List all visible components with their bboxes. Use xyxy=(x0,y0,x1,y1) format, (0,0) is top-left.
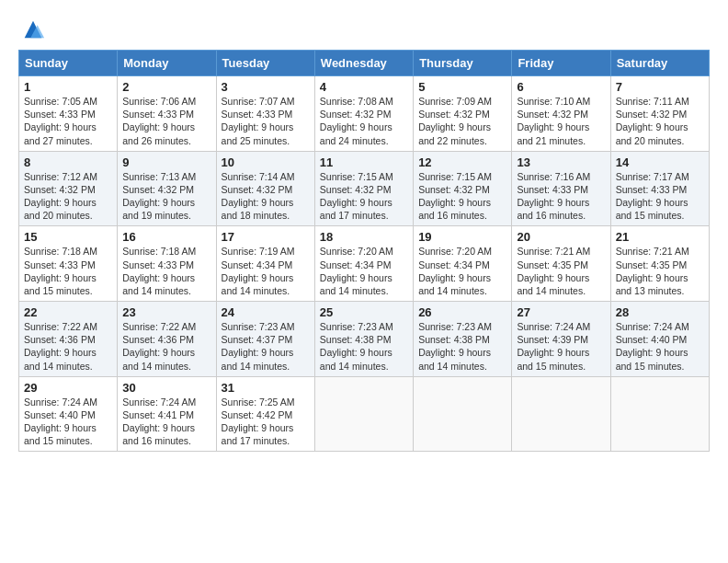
day-info: Sunrise: 7:16 AM Sunset: 4:33 PM Dayligh… xyxy=(517,170,605,223)
calendar-cell: 19Sunrise: 7:20 AM Sunset: 4:34 PM Dayli… xyxy=(414,226,512,302)
day-info: Sunrise: 7:19 AM Sunset: 4:34 PM Dayligh… xyxy=(222,245,310,297)
day-info: Sunrise: 7:22 AM Sunset: 4:36 PM Dayligh… xyxy=(122,320,210,373)
day-info: Sunrise: 7:24 AM Sunset: 4:41 PM Dayligh… xyxy=(122,396,210,448)
day-number: 3 xyxy=(222,80,310,94)
day-info: Sunrise: 7:24 AM Sunset: 4:39 PM Dayligh… xyxy=(517,320,605,373)
day-info: Sunrise: 7:18 AM Sunset: 4:33 PM Dayligh… xyxy=(24,245,112,297)
day-info: Sunrise: 7:08 AM Sunset: 4:32 PM Dayligh… xyxy=(320,95,408,147)
day-number: 31 xyxy=(222,381,310,395)
calendar-cell: 13Sunrise: 7:16 AM Sunset: 4:33 PM Dayli… xyxy=(512,151,610,226)
day-info: Sunrise: 7:25 AM Sunset: 4:42 PM Dayligh… xyxy=(222,396,310,448)
calendar-cell xyxy=(414,376,512,452)
day-number: 14 xyxy=(616,155,704,169)
day-info: Sunrise: 7:23 AM Sunset: 4:38 PM Dayligh… xyxy=(320,320,408,373)
calendar-cell: 4Sunrise: 7:08 AM Sunset: 4:32 PM Daylig… xyxy=(314,76,413,152)
day-number: 20 xyxy=(517,230,605,244)
calendar-cell: 15Sunrise: 7:18 AM Sunset: 4:33 PM Dayli… xyxy=(19,226,118,302)
calendar-cell: 1Sunrise: 7:05 AM Sunset: 4:33 PM Daylig… xyxy=(19,76,118,152)
calendar-cell: 21Sunrise: 7:21 AM Sunset: 4:35 PM Dayli… xyxy=(610,226,709,302)
weekday-header-monday: Monday xyxy=(118,51,216,76)
day-info: Sunrise: 7:07 AM Sunset: 4:33 PM Dayligh… xyxy=(222,95,310,147)
day-number: 9 xyxy=(122,155,210,169)
day-number: 1 xyxy=(24,80,112,94)
calendar-cell: 31Sunrise: 7:25 AM Sunset: 4:42 PM Dayli… xyxy=(216,376,314,452)
header xyxy=(18,17,710,42)
day-info: Sunrise: 7:21 AM Sunset: 4:35 PM Dayligh… xyxy=(517,245,605,297)
day-info: Sunrise: 7:10 AM Sunset: 4:32 PM Dayligh… xyxy=(517,95,605,147)
calendar-cell: 18Sunrise: 7:20 AM Sunset: 4:34 PM Dayli… xyxy=(314,226,413,302)
day-number: 22 xyxy=(24,305,112,319)
calendar-cell: 14Sunrise: 7:17 AM Sunset: 4:33 PM Dayli… xyxy=(610,151,709,226)
day-number: 29 xyxy=(24,381,112,395)
day-number: 2 xyxy=(122,80,210,94)
calendar-cell: 5Sunrise: 7:09 AM Sunset: 4:32 PM Daylig… xyxy=(414,76,512,152)
page: SundayMondayTuesdayWednesdayThursdayFrid… xyxy=(0,0,728,461)
day-number: 28 xyxy=(616,305,704,319)
calendar-cell: 11Sunrise: 7:15 AM Sunset: 4:32 PM Dayli… xyxy=(314,151,413,226)
calendar-cell: 17Sunrise: 7:19 AM Sunset: 4:34 PM Dayli… xyxy=(216,226,314,302)
calendar-cell xyxy=(314,376,413,452)
day-number: 5 xyxy=(418,80,506,94)
day-number: 24 xyxy=(222,305,310,319)
day-number: 30 xyxy=(122,381,210,395)
weekday-header-thursday: Thursday xyxy=(414,51,512,76)
day-info: Sunrise: 7:06 AM Sunset: 4:33 PM Dayligh… xyxy=(122,95,210,147)
week-row-4: 22Sunrise: 7:22 AM Sunset: 4:36 PM Dayli… xyxy=(19,302,710,377)
calendar-cell: 20Sunrise: 7:21 AM Sunset: 4:35 PM Dayli… xyxy=(512,226,610,302)
day-number: 8 xyxy=(24,155,112,169)
calendar-cell: 10Sunrise: 7:14 AM Sunset: 4:32 PM Dayli… xyxy=(216,151,314,226)
day-info: Sunrise: 7:24 AM Sunset: 4:40 PM Dayligh… xyxy=(24,396,112,448)
day-info: Sunrise: 7:18 AM Sunset: 4:33 PM Dayligh… xyxy=(122,245,210,297)
day-number: 4 xyxy=(320,80,408,94)
calendar-cell: 24Sunrise: 7:23 AM Sunset: 4:37 PM Dayli… xyxy=(216,302,314,377)
logo-icon xyxy=(20,17,46,42)
day-number: 19 xyxy=(418,230,506,244)
day-number: 15 xyxy=(24,230,112,244)
day-info: Sunrise: 7:15 AM Sunset: 4:32 PM Dayligh… xyxy=(320,170,408,223)
weekday-header-saturday: Saturday xyxy=(610,51,709,76)
calendar-cell: 25Sunrise: 7:23 AM Sunset: 4:38 PM Dayli… xyxy=(314,302,413,377)
day-info: Sunrise: 7:20 AM Sunset: 4:34 PM Dayligh… xyxy=(418,245,506,297)
calendar-cell: 23Sunrise: 7:22 AM Sunset: 4:36 PM Dayli… xyxy=(118,302,216,377)
day-number: 27 xyxy=(517,305,605,319)
day-info: Sunrise: 7:17 AM Sunset: 4:33 PM Dayligh… xyxy=(616,170,704,223)
calendar-cell: 3Sunrise: 7:07 AM Sunset: 4:33 PM Daylig… xyxy=(216,76,314,152)
day-info: Sunrise: 7:21 AM Sunset: 4:35 PM Dayligh… xyxy=(616,245,704,297)
calendar-cell: 9Sunrise: 7:13 AM Sunset: 4:32 PM Daylig… xyxy=(118,151,216,226)
day-number: 21 xyxy=(616,230,704,244)
calendar-cell: 12Sunrise: 7:15 AM Sunset: 4:32 PM Dayli… xyxy=(414,151,512,226)
calendar-cell: 6Sunrise: 7:10 AM Sunset: 4:32 PM Daylig… xyxy=(512,76,610,152)
day-info: Sunrise: 7:12 AM Sunset: 4:32 PM Dayligh… xyxy=(24,170,112,223)
day-info: Sunrise: 7:24 AM Sunset: 4:40 PM Dayligh… xyxy=(616,320,704,373)
calendar-cell: 29Sunrise: 7:24 AM Sunset: 4:40 PM Dayli… xyxy=(19,376,118,452)
weekday-header-tuesday: Tuesday xyxy=(216,51,314,76)
calendar-cell: 7Sunrise: 7:11 AM Sunset: 4:32 PM Daylig… xyxy=(610,76,709,152)
calendar-cell xyxy=(512,376,610,452)
week-row-1: 1Sunrise: 7:05 AM Sunset: 4:33 PM Daylig… xyxy=(19,76,710,152)
day-number: 26 xyxy=(418,305,506,319)
calendar-cell: 8Sunrise: 7:12 AM Sunset: 4:32 PM Daylig… xyxy=(19,151,118,226)
day-info: Sunrise: 7:22 AM Sunset: 4:36 PM Dayligh… xyxy=(24,320,112,373)
day-number: 12 xyxy=(418,155,506,169)
day-number: 7 xyxy=(616,80,704,94)
week-row-2: 8Sunrise: 7:12 AM Sunset: 4:32 PM Daylig… xyxy=(19,151,710,226)
day-number: 11 xyxy=(320,155,408,169)
day-info: Sunrise: 7:14 AM Sunset: 4:32 PM Dayligh… xyxy=(222,170,310,223)
day-info: Sunrise: 7:09 AM Sunset: 4:32 PM Dayligh… xyxy=(418,95,506,147)
calendar-cell: 22Sunrise: 7:22 AM Sunset: 4:36 PM Dayli… xyxy=(19,302,118,377)
calendar-table: SundayMondayTuesdayWednesdayThursdayFrid… xyxy=(18,50,710,452)
week-row-5: 29Sunrise: 7:24 AM Sunset: 4:40 PM Dayli… xyxy=(19,376,710,452)
calendar-cell: 2Sunrise: 7:06 AM Sunset: 4:33 PM Daylig… xyxy=(118,76,216,152)
day-info: Sunrise: 7:23 AM Sunset: 4:38 PM Dayligh… xyxy=(418,320,506,373)
day-number: 17 xyxy=(222,230,310,244)
day-info: Sunrise: 7:23 AM Sunset: 4:37 PM Dayligh… xyxy=(222,320,310,373)
weekday-header-friday: Friday xyxy=(512,51,610,76)
day-info: Sunrise: 7:05 AM Sunset: 4:33 PM Dayligh… xyxy=(24,95,112,147)
weekday-header-wednesday: Wednesday xyxy=(314,51,413,76)
day-info: Sunrise: 7:20 AM Sunset: 4:34 PM Dayligh… xyxy=(320,245,408,297)
calendar-cell xyxy=(610,376,709,452)
day-info: Sunrise: 7:15 AM Sunset: 4:32 PM Dayligh… xyxy=(418,170,506,223)
week-row-3: 15Sunrise: 7:18 AM Sunset: 4:33 PM Dayli… xyxy=(19,226,710,302)
logo xyxy=(18,17,46,42)
calendar-cell: 26Sunrise: 7:23 AM Sunset: 4:38 PM Dayli… xyxy=(414,302,512,377)
